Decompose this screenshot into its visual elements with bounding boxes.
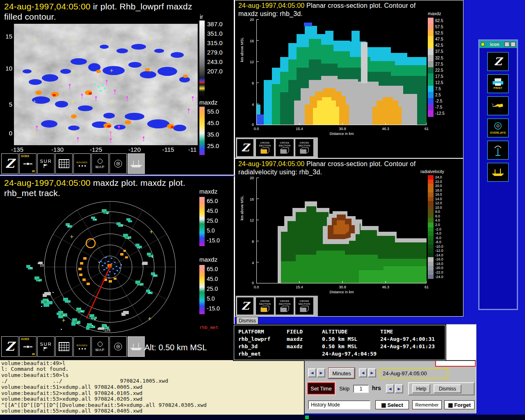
maxdz-colorbar: 62.5 57.5 52.5 47.5 42.5 bbox=[428, 18, 445, 117]
remember-button[interactable]: Remember bbox=[412, 400, 442, 409]
cross-section-button[interactable]: CROSS SECTION bbox=[256, 297, 274, 315]
terminal-line: volume:beaufait:52>xdump.all 970824.0105… bbox=[1, 390, 303, 397]
select-icon: ▦ bbox=[381, 402, 386, 408]
radar-ppi-display[interactable] bbox=[3, 199, 197, 335]
cross-section-button[interactable]: CROSS SECTION bbox=[295, 139, 314, 157]
colorbar-swatch bbox=[428, 184, 434, 188]
xsection-velocity-plot[interactable] bbox=[256, 178, 427, 283]
colorbar-value: 27.5 bbox=[434, 61, 443, 67]
dismiss-button[interactable]: Dismiss bbox=[434, 384, 461, 393]
boundaries-button[interactable]: BOUNDS bbox=[73, 153, 91, 174]
colorbar-value: 47.5 bbox=[434, 36, 443, 42]
goes-ir-button[interactable]: GOES IR bbox=[19, 336, 37, 357]
cube-icon bbox=[280, 306, 289, 312]
cross-section-button[interactable]: CROSS SECTION bbox=[275, 139, 294, 157]
table-header-row: PLATFORMFIELDALTITUDETIME bbox=[238, 328, 441, 336]
arrow-right-icon: ▶ bbox=[371, 371, 374, 375]
boundaries-button[interactable]: BOUNDS bbox=[73, 336, 91, 357]
cross-section-button[interactable]: CROSS SECTION bbox=[256, 139, 274, 157]
boundary-dots-icon bbox=[79, 165, 86, 167]
colorbar-row: 7.5 bbox=[428, 86, 445, 92]
grid-button[interactable] bbox=[55, 336, 73, 357]
y-tick: 12 bbox=[247, 218, 254, 222]
x-tick: 30.8 bbox=[334, 285, 351, 289]
current-time-field[interactable]: 24-Aug-97,4:05:00 bbox=[379, 368, 448, 379]
colorbar-swatch bbox=[428, 92, 434, 98]
colorbar-row: 8.0 bbox=[428, 210, 443, 214]
y-tick: 0 bbox=[247, 281, 254, 285]
colorbar-value: 5.0 bbox=[207, 227, 220, 237]
step-back-button[interactable]: ◀ bbox=[308, 368, 316, 377]
time-step-arrows-right: ◀ ▶ bbox=[359, 368, 376, 377]
ship-icon bbox=[129, 342, 144, 351]
y-tick: 0 bbox=[247, 123, 254, 127]
step-forward-button[interactable]: ▶ bbox=[317, 368, 325, 377]
surface-data-button[interactable]: SUR bbox=[37, 153, 55, 174]
surface-data-button[interactable]: SUR bbox=[37, 336, 55, 357]
skip-input[interactable] bbox=[353, 385, 369, 393]
dismiss-button[interactable]: Dismiss bbox=[236, 317, 258, 324]
x-tick: -120 bbox=[126, 146, 143, 153]
colorbar-swatch bbox=[428, 205, 434, 210]
minutes-button[interactable]: Minutes bbox=[329, 368, 355, 379]
step-forward-button[interactable]: ▶ bbox=[368, 368, 376, 377]
antenna-icon-button[interactable] bbox=[487, 141, 509, 160]
goes-ir-button[interactable]: GOES IR bbox=[19, 153, 37, 174]
y-tick: 10 bbox=[2, 65, 12, 72]
colorbar-swatch bbox=[428, 262, 434, 266]
zebra-menu-button[interactable]: Z bbox=[237, 297, 254, 315]
colorbar-value: 55.0 bbox=[207, 108, 219, 119]
cross-section-button[interactable]: CROSS SECTION bbox=[275, 297, 294, 315]
skip-units-label: hrs bbox=[372, 385, 381, 391]
select-button[interactable]: ▦ Select bbox=[375, 400, 409, 409]
print-icon-button[interactable]: PRINT bbox=[487, 74, 509, 93]
colorbar-row: 42.5 bbox=[428, 42, 445, 48]
colorbar-row: 52.5 bbox=[428, 30, 445, 36]
iconify-button[interactable] bbox=[504, 42, 509, 47]
ship-button[interactable] bbox=[128, 336, 145, 357]
colorbar-value: -15.0 bbox=[207, 237, 220, 247]
grid-button[interactable] bbox=[55, 153, 73, 174]
range-rings-button[interactable] bbox=[110, 153, 127, 174]
cross-section-button[interactable]: CROSS SECTION bbox=[295, 297, 314, 315]
range-rings-button[interactable] bbox=[110, 336, 127, 357]
terminal-window[interactable]: l: Command not found.volume:beaufait:49>… bbox=[0, 360, 304, 415]
map-button[interactable]: MAP bbox=[91, 336, 109, 357]
colorbar-value: -10.0 bbox=[434, 244, 443, 249]
step-back-button[interactable]: ◀ bbox=[359, 368, 367, 377]
zebra-menu-button[interactable]: Z bbox=[237, 139, 254, 157]
colorbar-value: 32.5 bbox=[434, 55, 443, 61]
help-button[interactable]: Help bbox=[412, 384, 430, 393]
forget-button[interactable]: ▦ Forget bbox=[444, 400, 475, 409]
flashlight-icon-button[interactable] bbox=[487, 96, 509, 115]
colorbar-row: 62.5 bbox=[428, 18, 445, 24]
colorbar-value: 37.5 bbox=[434, 48, 443, 55]
history-mode-field[interactable]: History Mode bbox=[308, 400, 370, 409]
y-tick: 16 bbox=[247, 197, 254, 201]
ship-button[interactable] bbox=[128, 153, 145, 174]
map-button[interactable]: MAP bbox=[91, 153, 109, 174]
xsection-maxdz-plot[interactable] bbox=[256, 19, 427, 125]
ir-satellite-image[interactable] bbox=[14, 24, 198, 145]
overlays-icon-button[interactable]: OVERLAYS bbox=[487, 119, 509, 137]
colorbar-value: -15.0 bbox=[207, 305, 220, 315]
zebra-menu-button[interactable]: Z bbox=[1, 153, 18, 174]
colorbar-value: -6.0 bbox=[434, 236, 441, 240]
colorbar-row: 6.0 bbox=[428, 214, 443, 219]
skip-decrement-button[interactable]: ◀ bbox=[386, 384, 394, 393]
zebra-shell-icon-button[interactable]: Z bbox=[487, 52, 509, 71]
colorbar-swatch bbox=[428, 61, 434, 67]
colorbar-value: 25.0 bbox=[207, 285, 220, 295]
y-tick: 20 bbox=[247, 176, 254, 180]
set-time-button[interactable]: Set Time bbox=[307, 382, 335, 395]
zebra-menu-button[interactable]: Z bbox=[1, 336, 18, 357]
skip-increment-button[interactable]: ▶ bbox=[395, 384, 403, 393]
ship-icon-button[interactable] bbox=[487, 163, 509, 182]
colorbar-swatch bbox=[428, 240, 434, 244]
x-tick: -135 bbox=[9, 146, 25, 153]
satellite-icon bbox=[23, 161, 33, 167]
window-menu-icon[interactable] bbox=[481, 42, 485, 46]
maximize-button[interactable] bbox=[511, 42, 516, 47]
colorbar-swatch bbox=[428, 67, 434, 73]
icon-window-titlebar[interactable]: icon bbox=[479, 41, 517, 48]
